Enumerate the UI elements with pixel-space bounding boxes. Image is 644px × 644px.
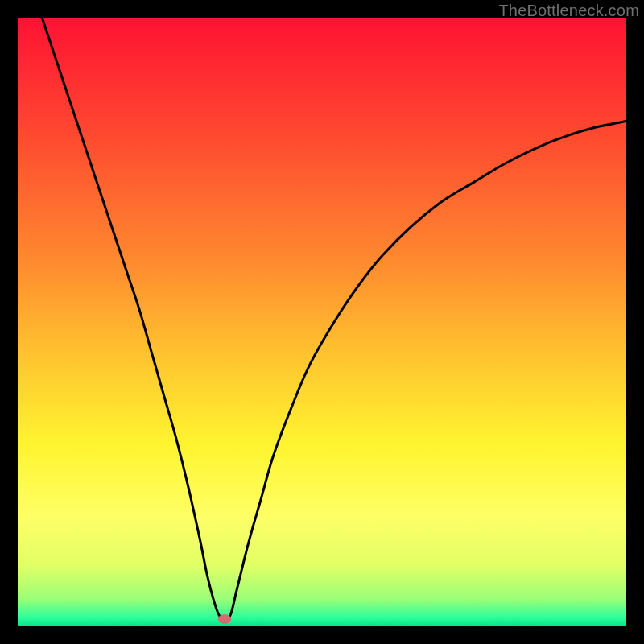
chart-svg <box>18 18 626 626</box>
gradient-background <box>18 18 626 626</box>
chart-frame <box>18 18 626 626</box>
watermark-text: TheBottleneck.com <box>498 2 639 20</box>
optimal-point-marker <box>218 614 232 624</box>
